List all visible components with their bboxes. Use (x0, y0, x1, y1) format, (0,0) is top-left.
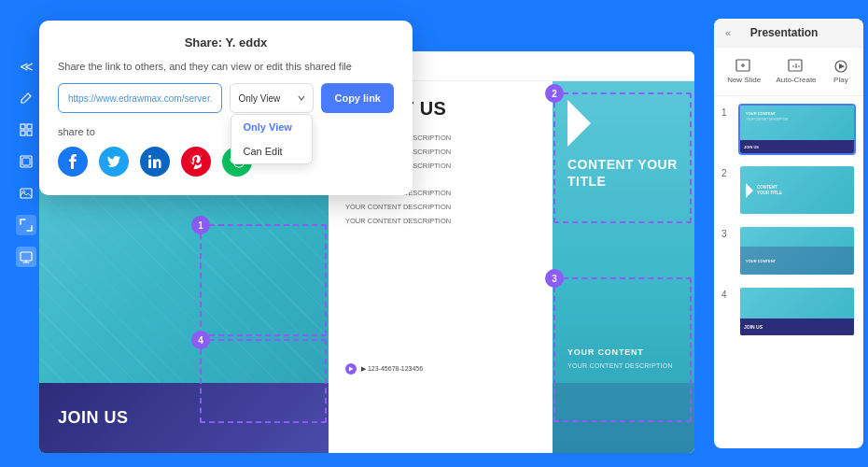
slide-thumb-3[interactable]: YOUR CONTENT (738, 225, 856, 276)
slide-thumb-num-1: 1 (721, 104, 733, 118)
sidebar-tools: New Slide Auto-Create Pl (714, 48, 863, 96)
content-line-6: YOUR CONTENT DESCRIPTION (345, 214, 536, 228)
dialog-title: Share: Y. eddx (58, 35, 394, 50)
phone-number: ▶ 123-45678-123456 (345, 363, 423, 375)
thumb-3-bottom: YOUR CONTENT (740, 247, 854, 275)
badge-2: 2 (545, 84, 564, 103)
slide-thumb-4[interactable]: JOIN US (738, 286, 856, 337)
svg-rect-1 (27, 124, 32, 129)
layers-icon[interactable] (16, 151, 36, 172)
slide-thumb-item-4[interactable]: 4 JOIN US (721, 286, 856, 337)
chevron-down-icon (298, 94, 305, 102)
thumb-4-bottom: JOIN US (740, 318, 854, 335)
present-icon[interactable] (16, 247, 36, 267)
thumb-1-bottom: JOIN US (740, 140, 854, 153)
content-line-5: YOUR CONTENT DESCRIPTION (345, 200, 536, 214)
right-panel-bottom: YOUR CONTENT YOUR CONTENT DESCRIPTION (553, 347, 694, 369)
right-panel-bottom-strip (553, 383, 694, 453)
svg-rect-2 (21, 131, 25, 135)
auto-create-label: Auto-Create (776, 76, 816, 84)
new-slide-icon (735, 59, 753, 74)
dialog-description: Share the link to others, and they can v… (58, 61, 394, 72)
play-label: Play (833, 76, 848, 84)
thumb-2-inner: CONTENTYOUR TITLE (740, 166, 854, 214)
slide-thumb-2[interactable]: CONTENTYOUR TITLE (738, 164, 856, 216)
slide-thumb-item-2[interactable]: 2 CONTENTYOUR TITLE (721, 164, 856, 216)
share-to-label: share to (58, 126, 394, 137)
auto-create-icon (787, 59, 805, 74)
svg-rect-3 (27, 131, 32, 135)
slides-list: 1 YOUR CONTENT YOUR CONTENT DESCRIPTION … (714, 96, 863, 354)
svg-marker-29 (349, 367, 354, 372)
left-icon-bar: ≪ (15, 56, 37, 267)
slide-thumb-num-2: 2 (721, 164, 733, 178)
slide-thumb-item-1[interactable]: 1 YOUR CONTENT YOUR CONTENT DESCRIPTION … (721, 104, 856, 155)
svg-point-37 (148, 155, 151, 158)
pinterest-icon[interactable] (181, 147, 211, 177)
right-content-desc: YOUR CONTENT DESCRIPTION (567, 362, 679, 369)
slide-thumb-item-3[interactable]: 3 YOUR CONTENT (721, 225, 856, 276)
badge-3: 3 (545, 269, 564, 288)
link-input[interactable] (58, 83, 222, 113)
thumb-3-inner: YOUR CONTENT (740, 227, 854, 275)
view-mode-label: Only View (238, 93, 294, 104)
join-us-text-left: JOIN US (58, 408, 129, 428)
social-icons-row (58, 147, 394, 177)
copy-link-button[interactable]: Copy link (321, 83, 394, 113)
scale-icon[interactable] (16, 215, 36, 235)
badge-1: 1 (191, 216, 210, 234)
play-btn[interactable]: Play (826, 55, 856, 88)
auto-create-btn[interactable]: Auto-Create (770, 55, 821, 88)
svg-rect-5 (22, 158, 30, 165)
thumb-2-text: CONTENTYOUR TITLE (757, 185, 782, 196)
thumb-1-text-2: YOUR CONTENT DESCRIPTION (746, 118, 848, 121)
svg-rect-8 (21, 252, 32, 261)
badge-4: 4 (191, 331, 210, 349)
image-icon[interactable] (16, 183, 36, 204)
collapse-icon[interactable]: ≪ (16, 56, 36, 77)
share-dialog: Share: Y. eddx Share the link to others,… (39, 21, 413, 195)
dropdown-only-view[interactable]: Only View (231, 115, 312, 139)
right-content-title: CONTENT YOUR TITLE (567, 156, 679, 190)
svg-rect-36 (148, 160, 151, 169)
view-dropdown[interactable]: Only View Only View Can Edit (230, 83, 314, 113)
new-slide-label: New Slide (727, 76, 761, 84)
thumb-4-join: JOIN US (744, 324, 763, 330)
slide-thumb-num-4: 4 (721, 286, 733, 300)
right-panel-top: CONTENT YOUR TITLE (553, 81, 694, 208)
thumb-4-inner: JOIN US (740, 288, 854, 335)
slide-thumb-1[interactable]: YOUR CONTENT YOUR CONTENT DESCRIPTION JO… (738, 104, 856, 155)
thumb-1-inner: YOUR CONTENT YOUR CONTENT DESCRIPTION JO… (740, 106, 854, 153)
sidebar-expand-btn[interactable]: « (725, 27, 731, 38)
slide-right-panel: CONTENT YOUR TITLE YOUR CONTENT YOUR CON… (553, 81, 694, 453)
grid-icon[interactable] (16, 120, 36, 140)
sidebar-title: Presentation (750, 26, 819, 39)
play-icon-small (345, 363, 357, 375)
thumb-2-arrow (746, 183, 753, 198)
right-your-content: YOUR CONTENT (567, 347, 679, 357)
svg-rect-33 (789, 60, 802, 71)
arrow-shape (567, 100, 591, 147)
dropdown-can-edit[interactable]: Can Edit (231, 139, 312, 163)
app-container: ≪ (0, 0, 868, 467)
facebook-icon[interactable] (58, 147, 88, 177)
new-slide-btn[interactable]: New Slide (721, 55, 766, 88)
play-icon (832, 59, 850, 74)
right-sidebar: « Presentation New Slide (714, 19, 863, 448)
svg-rect-0 (21, 124, 25, 129)
slide-thumb-num-3: 3 (721, 225, 733, 239)
thumb-3-text: YOUR CONTENT (746, 259, 848, 263)
join-us-left: JOIN US (39, 383, 329, 453)
dialog-link-row: Only View Only View Can Edit Copy link (58, 83, 394, 113)
linkedin-icon[interactable] (140, 147, 170, 177)
phone-text: ▶ 123-45678-123456 (361, 365, 423, 373)
thumb-1-text-1: YOUR CONTENT (746, 111, 848, 116)
pencil-icon[interactable] (16, 88, 36, 108)
twitter-icon[interactable] (99, 147, 129, 177)
sidebar-header: « Presentation (714, 19, 863, 48)
svg-marker-35 (839, 64, 845, 69)
dropdown-menu: Only View Can Edit (231, 114, 313, 164)
